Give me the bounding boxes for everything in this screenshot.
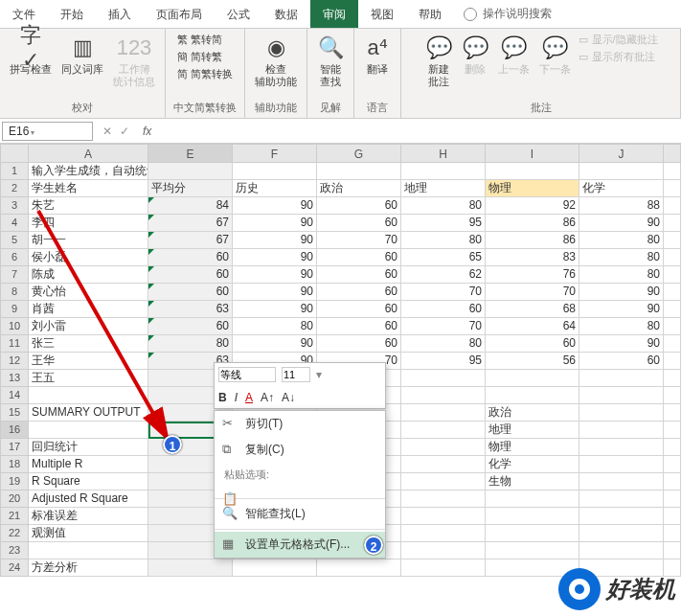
row-header[interactable]: 23 [0, 542, 29, 559]
cell[interactable]: 60 [148, 284, 233, 301]
chevron-down-icon[interactable]: ▾ [316, 368, 322, 381]
ctx-smart-lookup[interactable]: 🔍智能查找(L) [215, 501, 385, 527]
cell[interactable]: 刘小雷 [29, 318, 148, 335]
cell[interactable]: 80 [401, 335, 486, 353]
cell[interactable]: 90 [579, 335, 664, 353]
cell[interactable]: 90 [233, 197, 317, 215]
row-header[interactable]: 14 [0, 387, 29, 404]
cell[interactable]: 观测值 [29, 525, 148, 542]
row-header[interactable]: 8 [0, 284, 29, 301]
cell[interactable]: 84 [148, 197, 233, 215]
cell[interactable]: 侯小磊 [29, 249, 148, 266]
ctx-cut[interactable]: ✂剪切(T) [215, 411, 385, 437]
cell[interactable] [29, 542, 148, 559]
cell[interactable]: 90 [579, 284, 664, 301]
cell[interactable] [664, 284, 681, 301]
cell[interactable] [401, 508, 486, 525]
cell[interactable]: 86 [486, 215, 579, 232]
cell[interactable]: 60 [579, 353, 664, 370]
cell[interactable]: 60 [317, 284, 401, 301]
ctx-copy[interactable]: ⧉复制(C) [215, 437, 385, 463]
cell[interactable] [579, 542, 664, 559]
column-header[interactable]: I [486, 144, 579, 163]
cell[interactable]: 80 [148, 335, 233, 353]
cell[interactable] [579, 473, 664, 491]
cell[interactable]: 65 [401, 249, 486, 266]
cell[interactable] [664, 249, 681, 266]
row-header[interactable]: 9 [0, 301, 29, 318]
tab-插入[interactable]: 插入 [96, 0, 144, 28]
cell[interactable]: 输入学生成绩，自动统计日期：X年X月X日 [29, 163, 148, 180]
cell[interactable] [401, 163, 486, 180]
cell[interactable]: 60 [148, 249, 233, 266]
cell[interactable]: 王五 [29, 370, 148, 387]
cell[interactable] [579, 456, 664, 473]
column-header[interactable] [664, 144, 681, 163]
cell[interactable] [317, 559, 401, 577]
cell[interactable]: SUMMARY OUTPUT [29, 404, 148, 422]
cell[interactable]: 政治 [486, 404, 579, 422]
cell[interactable]: 90 [579, 301, 664, 318]
row-header[interactable]: 10 [0, 318, 29, 335]
cell[interactable]: 方差分析 [29, 559, 148, 577]
cell[interactable]: 70 [401, 284, 486, 301]
formula-input[interactable] [157, 129, 681, 133]
cell[interactable]: 90 [233, 249, 317, 266]
cell[interactable] [401, 456, 486, 473]
cell[interactable]: 李四 [29, 215, 148, 232]
confirm-formula-button[interactable]: ✓ [120, 125, 129, 138]
cell[interactable]: 学生姓名 [29, 180, 148, 197]
cell[interactable] [401, 542, 486, 559]
cell[interactable]: 63 [148, 301, 233, 318]
cell[interactable] [664, 456, 681, 473]
cell[interactable] [148, 163, 233, 180]
cell[interactable] [664, 353, 681, 370]
cell[interactable] [664, 180, 681, 197]
cell[interactable]: 肖茜 [29, 301, 148, 318]
cell[interactable] [664, 422, 681, 439]
delete-comment-button[interactable]: 💬删除 [460, 33, 490, 78]
cancel-formula-button[interactable]: ✕ [102, 125, 112, 138]
cell[interactable] [664, 215, 681, 232]
row-header[interactable]: 11 [0, 335, 29, 353]
ctx-format-cells[interactable]: ▦设置单元格格式(F)... [215, 532, 385, 558]
cell[interactable]: 地理 [401, 180, 486, 197]
chinese-convert-button[interactable]: 简 简繁转换 [177, 67, 233, 81]
cell[interactable]: 92 [486, 197, 579, 215]
cell[interactable] [664, 335, 681, 353]
row-header[interactable]: 4 [0, 215, 29, 232]
row-header[interactable]: 5 [0, 232, 29, 249]
cell[interactable]: 生物 [486, 473, 579, 491]
cell[interactable] [664, 404, 681, 422]
cell[interactable]: 90 [233, 232, 317, 249]
cell[interactable] [664, 301, 681, 318]
row-header[interactable]: 2 [0, 180, 29, 197]
row-header[interactable]: 13 [0, 370, 29, 387]
row-header[interactable]: 3 [0, 197, 29, 215]
translate-button[interactable]: a⁴翻译 [362, 33, 393, 78]
tab-开始[interactable]: 开始 [48, 0, 96, 28]
prev-comment-button[interactable]: 💬上一条 [496, 33, 532, 78]
cell[interactable] [579, 491, 664, 508]
cell[interactable] [579, 163, 664, 180]
cell[interactable] [664, 491, 681, 508]
cell[interactable]: 60 [401, 301, 486, 318]
thesaurus-button[interactable]: ▥同义词库 [59, 33, 105, 78]
cell[interactable]: 90 [233, 284, 317, 301]
cell[interactable]: 90 [233, 335, 317, 353]
row-header[interactable]: 24 [0, 559, 29, 577]
cell[interactable] [664, 525, 681, 542]
cell[interactable]: 物理 [486, 180, 579, 197]
cell[interactable]: 86 [486, 232, 579, 249]
column-header[interactable]: G [317, 144, 401, 163]
cell[interactable] [29, 387, 148, 404]
cell[interactable] [664, 232, 681, 249]
cell[interactable] [664, 266, 681, 284]
cell[interactable]: 67 [148, 215, 233, 232]
show-all-comments-button[interactable]: ▭ 显示所有批注 [579, 50, 657, 64]
cell[interactable]: 陈成 [29, 266, 148, 284]
font-size-select[interactable] [282, 367, 310, 382]
cell[interactable]: 95 [401, 215, 486, 232]
tab-审阅[interactable]: 审阅 [310, 0, 358, 28]
cell[interactable]: 95 [401, 353, 486, 370]
